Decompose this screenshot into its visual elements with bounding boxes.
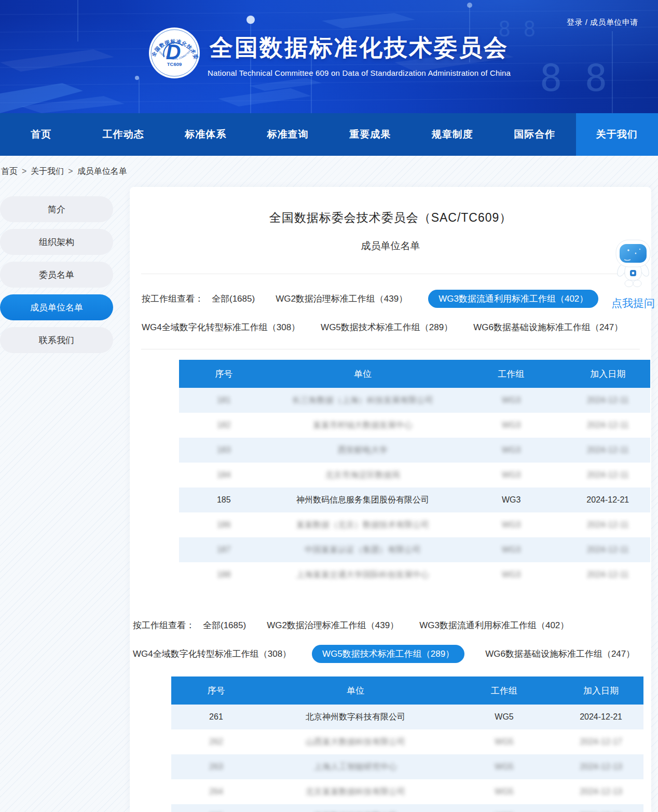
filter-option[interactable]: WG4全域数字化转型标准工作组（308） xyxy=(142,318,300,336)
nav-item-7[interactable]: 国际合作 xyxy=(494,113,576,156)
assistant-robot-icon[interactable] xyxy=(613,239,653,288)
row-workgroup: WG5 xyxy=(450,737,558,747)
row-unit: 中国某某认证（集团）有限公司 xyxy=(269,545,457,556)
row-no: 185 xyxy=(179,495,269,505)
row-no: 261 xyxy=(171,712,261,722)
row-unit: 上海人工智能研究中心 xyxy=(261,762,450,773)
nav-item-6[interactable]: 规章制度 xyxy=(412,113,494,156)
row-date: 2024-12-11 xyxy=(566,396,650,405)
page-title: 全国数据标委会技术委员会（SAC/TC609） xyxy=(130,210,651,226)
table-row: 263上海人工智能研究中心WG52024-12-13 xyxy=(171,754,643,779)
table-row: 184北京市海淀区数据局WG32024-12-11 xyxy=(179,463,650,488)
column-header: 序号 xyxy=(179,368,269,380)
row-unit: 某某市村镇大数据发展中心 xyxy=(269,420,457,431)
committee-logo[interactable]: 全国数据标准化技术委员会 NATIONAL TECHNICAL COMMITTE… xyxy=(148,27,200,79)
breadcrumb-item[interactable]: 成员单位名单 xyxy=(77,167,127,175)
row-workgroup: WG3 xyxy=(457,520,566,530)
column-header: 序号 xyxy=(171,685,261,697)
assistant-widget[interactable]: 点我提问 xyxy=(609,239,657,310)
filter-option[interactable]: WG2数据治理标准工作组（439） xyxy=(267,616,399,634)
sidebar-item-4[interactable]: 成员单位名单 xyxy=(0,294,113,320)
row-workgroup: WG5 xyxy=(450,787,558,796)
column-header: 单位 xyxy=(261,685,450,697)
row-date: 2024-12-21 xyxy=(558,712,643,722)
table-row: 183西安邮电大学WG32024-12-11 xyxy=(179,438,650,463)
sidebar-item-3[interactable]: 委员名单 xyxy=(0,262,113,288)
filter-option[interactable]: WG6数据基础设施标准工作组（247） xyxy=(485,645,635,663)
table-row: 185神州数码信息服务集团股份有限公司WG32024-12-21 xyxy=(179,488,650,512)
row-date: 2024-12-11 xyxy=(566,570,650,579)
row-unit: 神州数码信息服务集团股份有限公司 xyxy=(269,495,457,506)
nav-item-4[interactable]: 标准查询 xyxy=(247,113,330,156)
filter-option[interactable]: WG2数据治理标准工作组（439） xyxy=(276,290,407,308)
login-link[interactable]: 登录 / 成员单位申请 xyxy=(567,18,638,28)
filter-prefix: 按工作组查看： xyxy=(142,293,203,305)
table-row: 186某某数据（北京）数据技术有限公司WG32024-12-11 xyxy=(179,512,650,537)
table-row: 261北京神州数字科技有限公司WG52024-12-21 xyxy=(171,705,643,729)
filter-option[interactable]: WG3数据流通利用标准工作组（402） xyxy=(428,290,598,308)
member-section-wg5: 按工作组查看： 全部(1685)WG2数据治理标准工作组（439）WG3数据流通… xyxy=(130,601,651,812)
table-header-row: 序号单位工作组加入日期 xyxy=(171,676,643,705)
row-no: 187 xyxy=(179,545,269,554)
row-unit: 某某数据（北京）数据技术有限公司 xyxy=(269,520,457,531)
sidebar-item-5[interactable]: 联系我们 xyxy=(0,327,113,353)
filter-option[interactable]: 全部(1685) xyxy=(212,290,255,308)
breadcrumb-item[interactable]: 关于我们 xyxy=(31,167,64,175)
row-workgroup: WG3 xyxy=(457,421,566,430)
breadcrumb-item[interactable]: 首页 xyxy=(1,167,18,175)
row-unit: 北京某某数据科技有限公司 xyxy=(261,787,450,797)
sidebar-item-1[interactable]: 简介 xyxy=(0,196,113,222)
breadcrumb-separator: > xyxy=(68,167,73,175)
sidebar-item-2[interactable]: 组织架构 xyxy=(0,229,113,255)
row-no: 188 xyxy=(179,570,269,579)
row-unit: 北京市海淀区数据局 xyxy=(269,470,457,481)
site-title: 全国数据标准化技术委员会 xyxy=(203,32,515,63)
filter-option[interactable]: 全部(1685) xyxy=(203,616,246,634)
row-workgroup: WG3 xyxy=(457,445,566,455)
row-workgroup: WG3 xyxy=(457,396,566,405)
divider xyxy=(141,349,640,349)
table-row: 182某某市村镇大数据发展中心WG32024-12-11 xyxy=(179,413,650,438)
row-unit: 北京神州数字科技有限公司 xyxy=(261,712,450,723)
table-row: 265某某数控科技有限公司WG52024-12-21 xyxy=(171,804,643,812)
nav-item-8[interactable]: 关于我们 xyxy=(576,113,658,156)
row-unit: 长三角数据（上海）科技发展有限公司 xyxy=(269,395,457,406)
assistant-label[interactable]: 点我提问 xyxy=(611,296,655,310)
table-header-row: 序号单位工作组加入日期 xyxy=(179,360,650,388)
filter-option[interactable]: WG4全域数字化转型标准工作组（308） xyxy=(133,645,291,663)
nav-item-5[interactable]: 重要成果 xyxy=(329,113,412,156)
row-unit: 上海某某交通大学国际科创发展中心 xyxy=(269,570,457,580)
nav-item-1[interactable]: 首页 xyxy=(0,113,83,156)
nav-item-3[interactable]: 标准体系 xyxy=(164,113,247,156)
filter-prefix: 按工作组查看： xyxy=(133,619,195,631)
row-no: 263 xyxy=(171,762,261,772)
svg-text:8 8: 8 8 xyxy=(540,56,607,100)
row-unit: 西安邮电大学 xyxy=(269,445,457,456)
nav-item-2[interactable]: 工作动态 xyxy=(83,113,165,156)
row-date: 2024-12-13 xyxy=(558,787,643,796)
row-workgroup: WG3 xyxy=(457,495,566,505)
column-header: 加入日期 xyxy=(566,368,650,380)
row-no: 184 xyxy=(179,470,269,480)
svg-text:TC609: TC609 xyxy=(167,61,182,67)
row-date: 2024-12-11 xyxy=(566,421,650,430)
content-card: 全国数据标委会技术委员会（SAC/TC609） 成员单位名单 按工作组查看： 全… xyxy=(130,187,651,812)
filter-option[interactable]: WG5数据技术标准工作组（289） xyxy=(312,645,464,663)
table-row: 181长三角数据（上海）科技发展有限公司WG32024-12-11 xyxy=(179,388,650,413)
filter-option[interactable]: WG5数据技术标准工作组（289） xyxy=(321,318,453,336)
table-row: 264北京某某数据科技有限公司WG52024-12-13 xyxy=(171,779,643,804)
site-banner: 8 8 8 8 全国数据标准化技术委员会 NATIONAL TECHNICAL … xyxy=(0,0,658,113)
row-no: 183 xyxy=(179,445,269,455)
filter-option[interactable]: WG6数据基础设施标准工作组（247） xyxy=(473,318,623,336)
breadcrumb-separator: > xyxy=(22,167,26,175)
column-header: 工作组 xyxy=(450,685,558,697)
table-row: 188上海某某交通大学国际科创发展中心WG32024-12-11 xyxy=(179,562,650,587)
row-no: 182 xyxy=(179,421,269,430)
member-table: 序号单位工作组加入日期 181长三角数据（上海）科技发展有限公司WG32024-… xyxy=(179,360,650,587)
table-row: 187中国某某认证（集团）有限公司WG32024-12-11 xyxy=(179,537,650,562)
main-nav: 首页工作动态标准体系标准查询重要成果规章制度国际合作关于我们 xyxy=(0,113,658,156)
filter-option[interactable]: WG3数据流通利用标准工作组（402） xyxy=(419,616,569,634)
page-subtitle: 成员单位名单 xyxy=(130,239,651,253)
row-no: 181 xyxy=(179,396,269,405)
row-date: 2024-12-17 xyxy=(558,737,643,747)
